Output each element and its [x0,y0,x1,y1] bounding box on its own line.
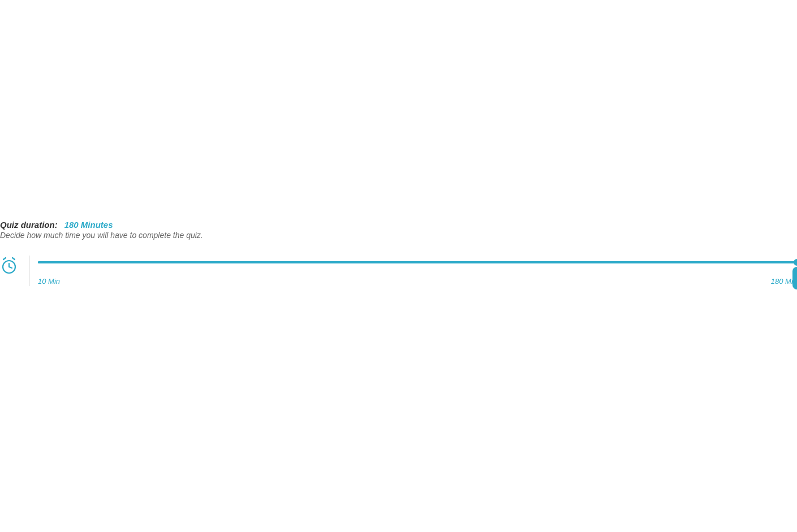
duration-label: Quiz duration: [0,220,58,230]
slider-min-label: 10 Min [38,277,60,286]
duration-help-text: Decide how much time you will have to co… [0,231,797,240]
svg-line-2 [9,267,12,268]
slider-labels: 10 Min 180 Min [38,277,797,286]
quiz-duration-section: Quiz duration: 180 Minutes Decide how mu… [0,220,797,286]
slider-fill [38,261,797,263]
svg-line-3 [3,258,6,259]
clock-icon [0,257,18,275]
duration-slider-row: 10 Min 180 Min [0,256,797,286]
duration-value: 180 Minutes [64,220,113,230]
duration-header: Quiz duration: 180 Minutes [0,220,797,230]
divider [29,256,30,286]
duration-slider[interactable] [38,261,797,263]
slider-thumb[interactable] [794,259,797,266]
side-accent-handle[interactable] [792,267,797,289]
duration-slider-container: 10 Min 180 Min [38,256,797,286]
svg-line-4 [12,258,15,259]
clock-icon-wrap [0,256,20,275]
